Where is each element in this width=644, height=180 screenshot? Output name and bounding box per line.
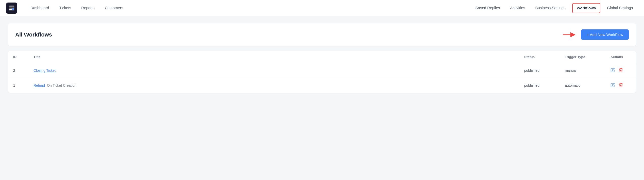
nav-item-workflows[interactable]: Workflows	[572, 3, 601, 13]
cell-actions	[605, 78, 636, 93]
table-header: ID Title Status Trigger Type Actions	[8, 51, 636, 63]
action-icons-group	[611, 68, 631, 73]
cell-status: published	[519, 78, 560, 93]
col-header-actions: Actions	[605, 51, 636, 63]
arrow-indicator	[563, 31, 576, 38]
cell-title: RefundOn Ticket Creation	[28, 78, 519, 93]
nav-item-dashboard[interactable]: Dashboard	[25, 0, 54, 16]
workflows-table-card: ID Title Status Trigger Type Actions 2Cl…	[8, 51, 636, 93]
edit-workflow-button[interactable]	[611, 83, 615, 88]
table-body: 2Closing Ticketpublishedmanual1RefundOn …	[8, 63, 636, 93]
nav-item-saved-replies[interactable]: Saved Replies	[470, 0, 505, 16]
cell-id: 2	[8, 63, 28, 78]
delete-workflow-button[interactable]	[619, 83, 623, 88]
col-header-id: ID	[8, 51, 28, 63]
cell-trigger-type: automatic	[560, 78, 605, 93]
action-icons-group	[611, 83, 631, 88]
red-arrow-icon	[563, 31, 576, 38]
col-header-status: Status	[519, 51, 560, 63]
workflow-title-link[interactable]: Closing Ticket	[33, 68, 56, 73]
workflow-title-link[interactable]: Refund	[33, 83, 45, 87]
nav-item-reports[interactable]: Reports	[76, 0, 100, 16]
nav-item-tickets[interactable]: Tickets	[54, 0, 76, 16]
edit-workflow-button[interactable]	[611, 68, 615, 73]
cell-trigger-type: manual	[560, 63, 605, 78]
cell-title: Closing Ticket	[28, 63, 519, 78]
table-row: 1RefundOn Ticket Creationpublishedautoma…	[8, 78, 636, 93]
page-header: All Workflows + Add New WorkFlow	[8, 23, 636, 46]
logo-icon	[8, 5, 15, 11]
main-content: All Workflows + Add New WorkFlow ID Titl…	[0, 16, 644, 100]
header-actions: + Add New WorkFlow	[563, 29, 629, 40]
workflows-table: ID Title Status Trigger Type Actions 2Cl…	[8, 51, 636, 93]
col-header-title: Title	[28, 51, 519, 63]
cell-id: 1	[8, 78, 28, 93]
page-title: All Workflows	[15, 31, 52, 38]
nav-item-business-settings[interactable]: Business Settings	[530, 0, 570, 16]
nav-item-customers[interactable]: Customers	[100, 0, 128, 16]
brand-logo[interactable]	[6, 3, 17, 14]
nav-item-activities[interactable]: Activities	[505, 0, 530, 16]
nav-menu: Dashboard Tickets Reports Customers Save…	[25, 0, 638, 16]
col-header-trigger: Trigger Type	[560, 51, 605, 63]
delete-workflow-button[interactable]	[619, 68, 623, 73]
table-row: 2Closing Ticketpublishedmanual	[8, 63, 636, 78]
navbar: Dashboard Tickets Reports Customers Save…	[0, 0, 644, 16]
workflow-subtitle: On Ticket Creation	[47, 83, 76, 87]
nav-item-global-settings[interactable]: Global Settings	[602, 0, 638, 16]
add-workflow-button[interactable]: + Add New WorkFlow	[581, 29, 629, 40]
cell-actions	[605, 63, 636, 78]
cell-status: published	[519, 63, 560, 78]
